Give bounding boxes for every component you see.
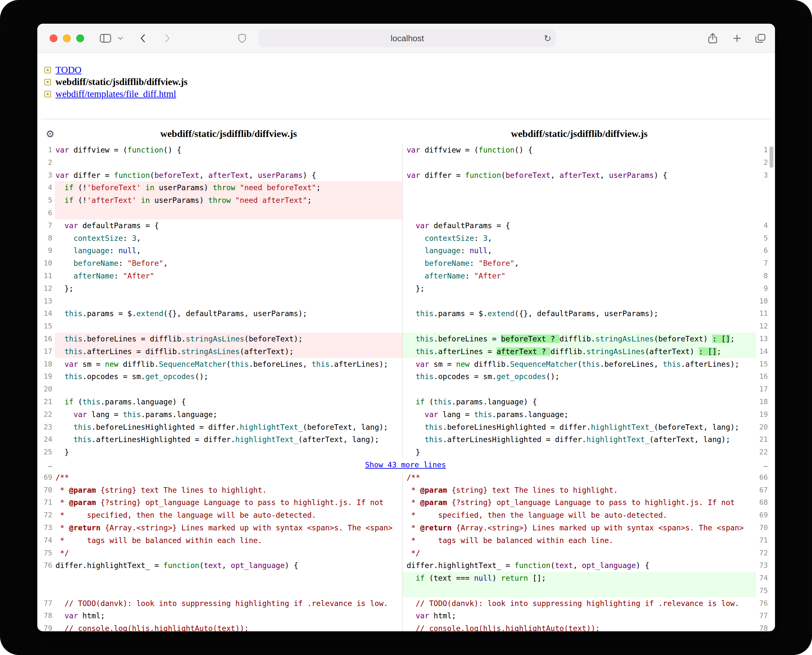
right-code-line: } <box>403 446 756 459</box>
left-code-line: this.afterLinesHighlighted = differ.high… <box>55 433 403 446</box>
right-code-line: // TODO(danvk): look into suppressing hi… <box>403 597 756 610</box>
sidebar-toggle-button[interactable] <box>100 34 111 43</box>
left-code-line: this.beforeLinesHighlighted = differ.hig… <box>55 421 403 434</box>
right-line-number: 19 <box>756 408 770 421</box>
left-code-line: * tags will be balanced within each line… <box>55 534 403 547</box>
right-code-line: this.afterLines = afterText ? difflib.st… <box>403 345 756 358</box>
file-list: TODO webdiff/static/jsdifflib/diffview.j… <box>37 53 775 100</box>
right-code-line <box>403 181 756 194</box>
right-code-line <box>403 295 756 308</box>
left-line-number: 69 <box>41 471 55 484</box>
diff-row: 16 this.beforeLines = difflib.stringAsLi… <box>41 333 775 345</box>
tab-overview-button[interactable] <box>755 34 766 43</box>
chevron-down-icon[interactable] <box>118 37 123 40</box>
left-line-number: 2 <box>41 157 55 169</box>
left-line-number: 3 <box>41 169 55 182</box>
show-more-link[interactable]: Show 43 more lines <box>365 461 446 469</box>
diff-row: 71 * @param {?string} opt_language Langu… <box>41 496 775 509</box>
left-line-number: 23 <box>41 421 55 434</box>
left-code-line: this.afterLines = difflib.stringAsLines(… <box>55 345 403 358</box>
skip-region: Show 43 more lines <box>55 459 756 472</box>
left-code-line: var html; <box>55 610 403 622</box>
diff-row: 3var differ = function(beforeText, after… <box>41 169 775 182</box>
left-code-line: var diffview = (function() { <box>55 144 403 157</box>
back-button[interactable] <box>140 34 146 43</box>
right-code-line: if (text === null) return []; <box>403 572 756 584</box>
right-code-line: if (this.params.language) { <box>403 396 756 408</box>
skip-ellipsis-right: … <box>756 459 770 472</box>
left-line-number: 25 <box>41 446 55 459</box>
skip-row: …Show 43 more lines… <box>41 459 775 471</box>
left-line-number: 76 <box>41 559 55 572</box>
diff-row: 9 language: null, language: null,6 <box>41 244 775 257</box>
new-tab-button[interactable] <box>732 34 741 43</box>
right-line-number: 22 <box>756 446 770 459</box>
diff-row: 14 this.params = $.extend({}, defaultPar… <box>41 308 775 320</box>
right-line-number: 5 <box>756 232 770 245</box>
diff-row: 1512 <box>41 320 775 333</box>
right-line-number: 68 <box>756 496 770 509</box>
close-button[interactable] <box>50 34 57 42</box>
diff-row: 1var diffview = (function() {var diffvie… <box>41 144 775 157</box>
left-line-number: 78 <box>41 610 55 622</box>
browser-toolbar: localhost ↻ <box>37 24 775 53</box>
right-code-line: * @param {string} text The lines to high… <box>403 484 756 497</box>
gear-icon[interactable]: ⚙ <box>46 128 54 140</box>
left-code-line <box>55 584 403 597</box>
left-line-number: 20 <box>41 383 55 396</box>
right-line-number: 14 <box>756 345 770 358</box>
forward-button[interactable] <box>165 34 171 43</box>
left-line-number: 5 <box>41 194 55 207</box>
left-code-line: */ <box>55 547 403 560</box>
page-content: TODO webdiff/static/jsdifflib/diffview.j… <box>37 53 775 631</box>
url-field[interactable]: localhost ↻ <box>259 29 556 48</box>
diff-row: if (text === null) return [];74 <box>41 572 775 584</box>
left-code-line: * @param {string} text The lines to high… <box>55 484 403 497</box>
right-code-line: this.beforeLinesHighlighted = differ.hig… <box>403 421 756 434</box>
file-link-todo[interactable]: TODO <box>55 65 82 75</box>
left-code-line: }; <box>55 282 403 295</box>
right-code-line: /** <box>403 471 756 484</box>
right-code-line: * @param {?string} opt_language Language… <box>403 496 756 509</box>
left-line-number: 71 <box>41 496 55 509</box>
left-code-line: // TODO(danvk): look into suppressing hi… <box>55 597 403 610</box>
left-line-number: 74 <box>41 534 55 547</box>
right-code-line: }; <box>403 282 756 295</box>
right-line-number: 70 <box>756 521 770 534</box>
right-code-line: this.opcodes = sm.get_opcodes(); <box>403 371 756 383</box>
left-code-line: // console.log(hljs.highlightAuto(text))… <box>55 622 403 631</box>
right-code-line: var diffview = (function() { <box>403 144 756 157</box>
left-line-number: 75 <box>41 547 55 560</box>
left-line-number: 15 <box>41 320 55 333</box>
diff-row: 19 this.opcodes = sm.get_opcodes(); this… <box>41 371 775 383</box>
left-code-line: var defaultParams = { <box>55 220 403 232</box>
left-code-line: this.opcodes = sm.get_opcodes(); <box>55 371 403 383</box>
diff-row: 11 afterName: "After" afterName: "After"… <box>41 270 775 282</box>
right-line-number: 78 <box>756 622 770 631</box>
left-code-line <box>55 572 403 584</box>
reload-button[interactable]: ↻ <box>544 33 551 44</box>
right-line-number: 67 <box>756 484 770 497</box>
left-line-number: 6 <box>41 207 55 220</box>
zoom-button[interactable] <box>76 34 84 42</box>
right-pane-title: webdiff/static/jsdifflib/diffview.js <box>403 128 756 139</box>
left-code-line: var differ = function(beforeText, afterT… <box>55 169 403 182</box>
right-line-number: 21 <box>756 433 770 446</box>
minimize-button[interactable] <box>63 34 71 42</box>
left-line-number <box>41 584 55 597</box>
file-list-item: webdiff/static/jsdifflib/diffview.js <box>45 76 775 88</box>
file-change-icon <box>45 67 51 73</box>
diff-row: 22 var lang = this.params.language; var … <box>41 408 775 421</box>
right-line-number: 73 <box>756 559 770 572</box>
right-line-number: 11 <box>756 308 770 320</box>
share-button[interactable] <box>708 33 718 44</box>
diff-row: 8 contextSize: 3, contextSize: 3,5 <box>41 232 775 245</box>
left-code-line: var sm = new difflib.SequenceMatcher(thi… <box>55 358 403 371</box>
right-line-number: 71 <box>756 534 770 547</box>
diff-row: 2017 <box>41 383 775 396</box>
right-line-number: 69 <box>756 509 770 521</box>
file-link-file-diff[interactable]: webdiff/templates/file_diff.html <box>55 89 176 99</box>
scrollbar-thumb[interactable] <box>769 146 774 168</box>
left-line-number: 11 <box>41 270 55 282</box>
diff-row: 12 }; };9 <box>41 282 775 295</box>
